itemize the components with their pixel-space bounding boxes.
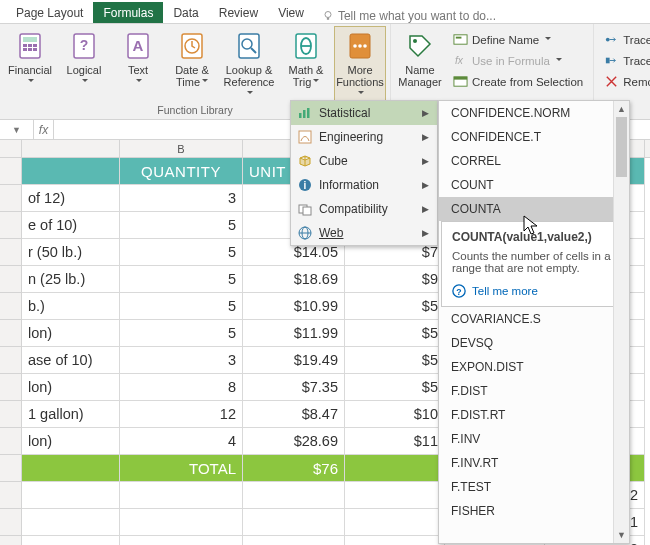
tab-formulas[interactable]: Formulas [93, 2, 163, 23]
text-button[interactable]: A Text [112, 26, 164, 102]
function-item[interactable]: F.TEST [439, 475, 629, 499]
cell[interactable]: 3 [120, 347, 243, 374]
menu-web[interactable]: Web▶ [291, 221, 437, 245]
tell-me-search[interactable]: Tell me what you want to do... [322, 9, 496, 23]
cell[interactable]: $5 [345, 320, 445, 347]
cell[interactable]: $18.69 [243, 266, 345, 293]
name-manager-button[interactable]: Name Manager [395, 26, 445, 102]
scroll-thumb[interactable] [616, 117, 627, 177]
list-scrollbar[interactable]: ▲ ▼ [613, 101, 629, 543]
function-item[interactable]: F.INV.RT [439, 451, 629, 475]
svg-point-25 [413, 39, 417, 43]
text-icon: A [122, 30, 154, 62]
cell[interactable]: of 12) [22, 185, 120, 212]
select-all-corner[interactable] [0, 140, 22, 157]
cell[interactable]: $5 [345, 293, 445, 320]
bulb-icon [322, 10, 334, 22]
cell[interactable]: 5 [120, 239, 243, 266]
fx-label[interactable]: fx [34, 120, 54, 139]
cell[interactable]: b.) [22, 293, 120, 320]
cell[interactable]: $10.99 [243, 293, 345, 320]
function-item[interactable]: COVARIANCE.S [439, 307, 629, 331]
scroll-down-button[interactable]: ▼ [614, 527, 629, 543]
cell[interactable]: $5 [345, 374, 445, 401]
cell[interactable]: ase of 10) [22, 347, 120, 374]
function-item[interactable]: FISHER [439, 499, 629, 523]
cell[interactable]: $8.47 [243, 401, 345, 428]
function-item[interactable]: EXPON.DIST [439, 355, 629, 379]
cell[interactable]: 5 [120, 266, 243, 293]
trace-dependents-button[interactable]: Trace Depe [598, 51, 650, 70]
menu-compatibility[interactable]: Compatibility▶ [291, 197, 437, 221]
cell[interactable]: n (25 lb.) [22, 266, 120, 293]
scroll-up-button[interactable]: ▲ [614, 101, 629, 117]
cell[interactable]: r (50 lb.) [22, 239, 120, 266]
cell[interactable]: 3 [120, 185, 243, 212]
cell[interactable]: $10 [345, 401, 445, 428]
total-label[interactable]: TOTAL [120, 455, 243, 482]
tell-me-more-link[interactable]: ? Tell me more [452, 284, 616, 298]
function-item[interactable]: F.INV [439, 427, 629, 451]
svg-rect-40 [303, 207, 311, 215]
tab-review[interactable]: Review [209, 2, 268, 23]
function-item[interactable]: DEVSQ [439, 331, 629, 355]
cell[interactable]: 12 [120, 401, 243, 428]
cell[interactable]: $9 [345, 266, 445, 293]
cell[interactable]: $7.35 [243, 374, 345, 401]
name-box[interactable]: ▼ [0, 120, 34, 139]
cell[interactable]: 8 [120, 374, 243, 401]
menu-engineering[interactable]: Engineering▶ [291, 125, 437, 149]
function-item[interactable]: F.DIST [439, 379, 629, 403]
function-item[interactable]: CORREL [439, 149, 629, 173]
function-item[interactable]: COUNT [439, 173, 629, 197]
math-button[interactable]: Math & Trig [280, 26, 332, 102]
financial-icon [14, 30, 46, 62]
cell[interactable]: 5 [120, 320, 243, 347]
cell[interactable]: $11.99 [243, 320, 345, 347]
svg-point-24 [363, 44, 367, 48]
menu-information[interactable]: iInformation▶ [291, 173, 437, 197]
financial-button[interactable]: Financial [4, 26, 56, 102]
cell[interactable]: lon) [22, 428, 120, 455]
cell[interactable]: 4 [120, 428, 243, 455]
total-value[interactable]: $76 [243, 455, 345, 482]
cell[interactable]: $5 [345, 347, 445, 374]
cell[interactable]: 1 gallon) [22, 401, 120, 428]
cell[interactable]: 5 [120, 293, 243, 320]
menu-cube[interactable]: Cube▶ [291, 149, 437, 173]
cell[interactable]: e of 10) [22, 212, 120, 239]
formula-icon: fx [453, 53, 468, 68]
trace-precedents-button[interactable]: Trace Prece [598, 30, 650, 49]
cell[interactable]: lon) [22, 374, 120, 401]
cell[interactable]: lon) [22, 320, 120, 347]
cell[interactable]: 5 [120, 212, 243, 239]
col-header-b[interactable]: B [120, 140, 243, 157]
define-name-icon [453, 32, 468, 47]
total-cell[interactable] [22, 455, 120, 482]
function-item[interactable]: COUNTA [439, 197, 629, 221]
cell[interactable]: $19.49 [243, 347, 345, 374]
cell[interactable]: $28.69 [243, 428, 345, 455]
header-quantity[interactable]: QUANTITY [120, 158, 243, 185]
tab-data[interactable]: Data [163, 2, 208, 23]
logical-icon: ? [68, 30, 100, 62]
tab-view[interactable]: View [268, 2, 314, 23]
remove-arrows-button[interactable]: Remove Ar [598, 72, 650, 91]
logical-button[interactable]: ? Logical [58, 26, 110, 102]
col-header-a[interactable] [22, 140, 120, 157]
use-in-formula-button[interactable]: fxUse in Formula [447, 51, 589, 70]
function-item[interactable]: CONFIDENCE.T [439, 125, 629, 149]
trace-prec-icon [604, 32, 619, 47]
tab-page-layout[interactable]: Page Layout [6, 2, 93, 23]
define-name-button[interactable]: Define Name [447, 30, 589, 49]
menu-statistical[interactable]: Statistical▶ [291, 101, 437, 125]
function-item[interactable]: CONFIDENCE.NORM [439, 101, 629, 125]
cell[interactable]: $11 [345, 428, 445, 455]
create-from-selection-button[interactable]: Create from Selection [447, 72, 589, 91]
date-time-button[interactable]: Date & Time [166, 26, 218, 102]
function-item[interactable]: F.DIST.RT [439, 403, 629, 427]
lookup-button[interactable]: Lookup & Reference [220, 26, 278, 102]
more-functions-button[interactable]: More Functions [334, 26, 386, 102]
total-cell[interactable] [345, 455, 445, 482]
header-cell[interactable] [22, 158, 120, 185]
